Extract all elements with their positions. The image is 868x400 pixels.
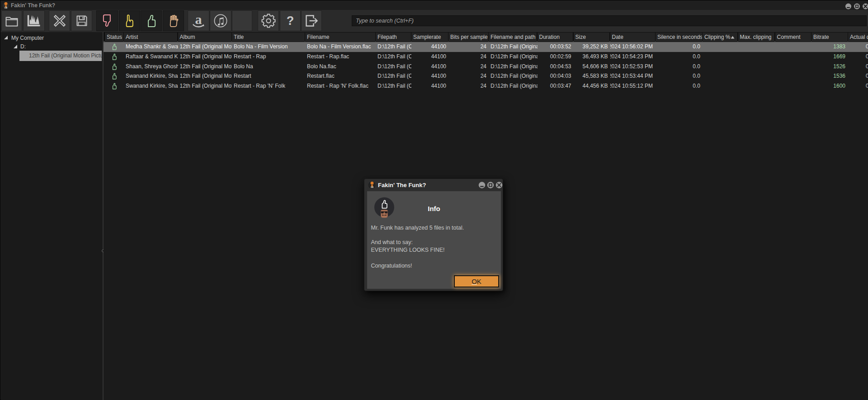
svg-text:a: a: [195, 13, 202, 27]
